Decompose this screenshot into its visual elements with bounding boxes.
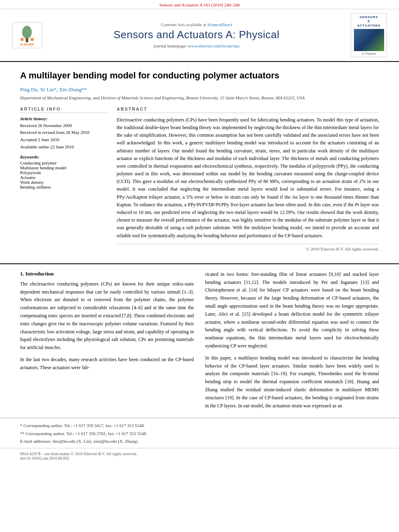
article-info-heading: ARTICLE INFO: [20, 107, 109, 113]
journal-header: ELSEVIER Contents lists available at Sci…: [0, 9, 399, 62]
email-label: E-mail addresses:: [20, 439, 51, 444]
svg-rect-2: [26, 38, 28, 42]
section-divider: [0, 263, 399, 264]
homepage-url[interactable]: www.elsevier.com/locate/sna: [188, 43, 239, 48]
sciencedirect-info: Contents lists available at ScienceDirec…: [42, 22, 351, 27]
sciencedirect-link[interactable]: ScienceDirect: [207, 22, 232, 27]
sensors-logo-image: [354, 29, 384, 51]
article-info-panel: ARTICLE INFO Article history: Received 2…: [20, 107, 109, 251]
email-addresses: linx@bu.edu (X. Lin), xinz@bu.edu (X. Zh…: [53, 439, 139, 444]
footer-doi: doi:10.1016/j.sna.2010.06.002: [20, 456, 379, 460]
intro-para-1: The electroactive conducting polymers (C…: [20, 280, 194, 352]
keyword-4: Actuator: [20, 175, 109, 180]
keyword-1: Conducting polymer: [20, 160, 109, 165]
abstract-text: Electroactive conducting polymers (CPs) …: [117, 116, 379, 240]
authors: Ping Du, Xi Lin*, Xin Zhang**: [20, 86, 379, 93]
elsevier-logo-svg: ELSEVIER: [14, 24, 40, 46]
body-col-right: ricated in two forms: free-standing film…: [205, 271, 379, 414]
paper-title: A multilayer bending model for conductin…: [20, 70, 379, 82]
svg-point-1: [22, 26, 32, 39]
article-info-abstract: ARTICLE INFO Article history: Received 2…: [20, 107, 379, 251]
intro-heading: 1. Introduction: [20, 271, 194, 277]
copyright: © 2010 Elsevier B.V. All rights reserved…: [117, 244, 379, 251]
elsevier-logo: ELSEVIER: [12, 22, 42, 48]
footnote-2: ** Corresponding author. Tel.: +1 617 35…: [20, 430, 379, 437]
keyword-2: Multilayer bending model: [20, 165, 109, 170]
keyword-6: Bending stiffness: [20, 185, 109, 189]
body-col-left: 1. Introduction The electroactive conduc…: [20, 271, 194, 414]
available-date: Available online 22 June 2010: [20, 144, 109, 151]
sensors-sub: A: Physical: [353, 52, 385, 55]
article-history: Article history: Received 26 November 20…: [20, 116, 109, 150]
svg-point-4: [31, 38, 34, 41]
revised-date: Received in revised form 28 May 2010: [20, 129, 109, 136]
main-content: A multilayer bending model for conductin…: [0, 62, 399, 263]
sensors-actuators-logo: SENSORS & ACTUATORS A: Physical: [351, 13, 387, 57]
accepted-date: Accepted 2 June 2010: [20, 136, 109, 144]
abstract-panel: ABSTRACT Electroactive conducting polyme…: [117, 107, 379, 251]
intro-para-2: In the last two decades, many research a…: [20, 356, 194, 372]
footnotes: * Corresponding author. Tel.: +1 617 358…: [0, 418, 399, 445]
footer-bar: 0924-4247/$ – see front matter © 2010 El…: [0, 448, 399, 464]
abstract-heading: ABSTRACT: [117, 107, 379, 113]
footer-issn: 0924-4247/$ – see front matter © 2010 El…: [20, 452, 379, 456]
history-label: Article history:: [20, 116, 109, 121]
received-date: Received 26 November 2009: [20, 122, 109, 129]
intro-para-3: In this paper, a multilayer bending mode…: [205, 354, 379, 410]
footnote-emails: E-mail addresses: linx@bu.edu (X. Lin), …: [20, 438, 379, 445]
keyword-3: Polypyrrole: [20, 170, 109, 175]
journal-header-center: Contents lists available at ScienceDirec…: [42, 22, 351, 48]
intro-para-2-cont: ricated in two forms: free-standing film…: [205, 271, 379, 350]
affiliation: Department of Mechanical Engineering, an…: [20, 95, 379, 100]
keyword-5: Work density: [20, 180, 109, 185]
journal-homepage: journal homepage: www.elsevier.com/locat…: [42, 43, 351, 48]
keywords-label: Keywords:: [20, 154, 109, 159]
keywords-section: Keywords: Conducting polymer Multilayer …: [20, 154, 109, 189]
sensors-label: SENSORS & ACTUATORS: [353, 15, 385, 28]
journal-citation: Sensors and Actuators A 163 (2010) 240–2…: [159, 2, 240, 7]
top-bar: Sensors and Actuators A 163 (2010) 240–2…: [0, 0, 399, 9]
journal-title: Sensors and Actuators A: Physical: [42, 29, 351, 41]
svg-text:ELSEVIER: ELSEVIER: [20, 43, 34, 46]
body-content: 1. Introduction The electroactive conduc…: [0, 271, 399, 414]
footnote-1: * Corresponding author. Tel.: +1 617 358…: [20, 422, 379, 429]
svg-point-3: [21, 38, 24, 41]
